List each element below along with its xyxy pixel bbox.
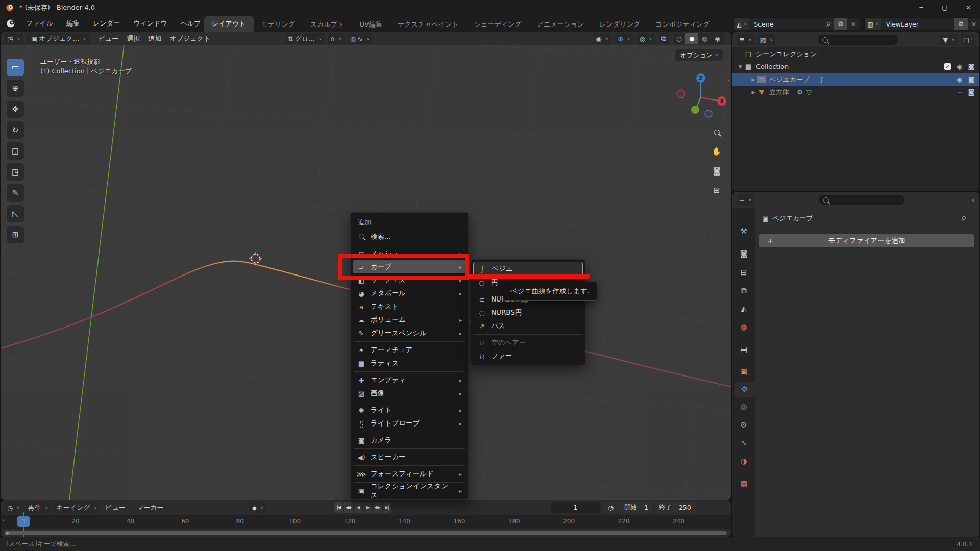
tool-tab[interactable]: ⚒ bbox=[732, 223, 755, 239]
scene-collection-label[interactable]: シーンコレクション bbox=[756, 49, 817, 59]
frame-start-field[interactable]: 開始1 bbox=[619, 502, 654, 513]
rotate-tool[interactable]: ↻ bbox=[7, 121, 24, 139]
gizmo-y-neg-axis[interactable] bbox=[705, 110, 712, 117]
menubar-item-2[interactable]: レンダー bbox=[86, 15, 127, 32]
workspace-tab-8[interactable]: コンポジティング bbox=[648, 17, 717, 32]
camera-view-button[interactable]: ◙ bbox=[709, 164, 724, 178]
measure-tool[interactable]: ◺ bbox=[7, 205, 24, 222]
transform-tool[interactable]: ◳ bbox=[7, 163, 24, 181]
visibility-dropdown[interactable]: ◉∨ bbox=[593, 33, 611, 44]
next-keyframe-button[interactable]: ◆▶ bbox=[373, 502, 382, 513]
frame-end-field[interactable]: 終了250 bbox=[654, 502, 696, 513]
workspace-tab-2[interactable]: スカルプト bbox=[303, 17, 352, 32]
minimize-button[interactable]: ─ bbox=[910, 0, 933, 15]
properties-pin-icon[interactable]: ⚲ bbox=[960, 214, 968, 223]
menubar-item-1[interactable]: 編集 bbox=[60, 15, 86, 32]
perspective-toggle-button[interactable]: ⊞ bbox=[709, 183, 724, 197]
pin-icon[interactable]: ⚲ bbox=[824, 19, 832, 29]
collection-instance-menu-item[interactable]: ▣コレクションインスタンス▸ bbox=[353, 484, 466, 497]
maximize-button[interactable]: ▢ bbox=[933, 0, 957, 15]
pan-hand-button[interactable]: ✋ bbox=[709, 144, 724, 159]
gizmo-toggle[interactable]: ⊕∨ bbox=[615, 33, 633, 44]
viewport-menu-2[interactable]: 追加 bbox=[144, 34, 165, 43]
delete-viewlayer-button[interactable]: ✕ bbox=[968, 20, 980, 28]
outliner-row-bezier-curve[interactable]: ▶⊃ベジエカーブ∫◉◙ bbox=[732, 73, 979, 86]
workspace-tab-3[interactable]: UV編集 bbox=[352, 17, 390, 32]
disclosure-icon[interactable]: ▼ bbox=[737, 64, 744, 69]
light-menu-item[interactable]: ✺ライト▸ bbox=[353, 404, 466, 417]
close-button[interactable]: ✕ bbox=[957, 0, 980, 15]
armature-menu-item[interactable]: ✶アーマチュア bbox=[353, 343, 466, 357]
breadcrumb-object-name[interactable]: ベジエカーブ bbox=[772, 214, 813, 223]
force-field-menu-item[interactable]: ⋙フォースフィールド▸ bbox=[353, 467, 466, 481]
snap-toggle[interactable]: ∩∨ bbox=[328, 33, 345, 44]
shading-rendered-button[interactable]: ◉ bbox=[711, 33, 724, 44]
prev-keyframe-button[interactable]: ◀◆ bbox=[344, 502, 353, 513]
outliner-filter-mode-dropdown[interactable]: ▨∨ bbox=[757, 34, 776, 45]
jump-to-end-button[interactable]: ▶| bbox=[383, 502, 391, 513]
outliner-row-collection[interactable]: ▼▤Collection✓◉◙ bbox=[732, 60, 979, 73]
viewport-menu-3[interactable]: オブジェクト bbox=[165, 34, 214, 43]
editor-type-button[interactable]: ◳∨ bbox=[5, 33, 23, 44]
eye-visible-icon[interactable]: ◉ bbox=[957, 63, 962, 70]
disclosure-icon[interactable]: ▶ bbox=[750, 77, 757, 82]
options-dropdown[interactable]: オプション∨ bbox=[675, 49, 723, 61]
data-tab[interactable]: ∿ bbox=[732, 435, 755, 450]
zoom-button[interactable] bbox=[709, 125, 724, 139]
timeline-dropdown-1[interactable]: キーイング∨ bbox=[54, 502, 100, 513]
timeline-menu-1[interactable]: マーカー bbox=[131, 503, 169, 512]
cursor-tool[interactable]: ⊕ bbox=[7, 80, 24, 97]
play-button[interactable]: ▶ bbox=[363, 502, 372, 513]
path-menu-item[interactable]: ↗パス bbox=[473, 319, 583, 333]
overlays-toggle[interactable]: ◎∨ bbox=[637, 33, 655, 44]
output-tab[interactable]: ⊟ bbox=[732, 265, 755, 280]
workspace-tab-6[interactable]: アニメーション bbox=[529, 17, 592, 32]
outliner-search-input[interactable] bbox=[818, 35, 898, 45]
viewlayer-type-icon[interactable]: ▨∨ bbox=[865, 18, 881, 30]
workspace-tab-0[interactable]: レイアウト bbox=[204, 16, 254, 32]
viewport-menu-0[interactable]: ビュー bbox=[94, 34, 123, 43]
scene-type-icon[interactable]: ◭∨ bbox=[734, 18, 749, 30]
use-preview-range-button[interactable]: ◔ bbox=[603, 502, 619, 513]
fur-menu-item[interactable]: ≀≀ファー bbox=[473, 349, 583, 363]
speaker-menu-item[interactable]: ◀)スピーカー bbox=[353, 450, 466, 464]
properties-editor-type-button[interactable]: ≡∨ bbox=[737, 194, 754, 206]
scale-tool[interactable]: ◱ bbox=[7, 142, 24, 160]
scene-selector[interactable]: ◭∨ Scene ⚲ ⧉ ✕ bbox=[733, 17, 860, 31]
scene-name[interactable]: Scene bbox=[749, 20, 823, 28]
grease-pencil-menu-item[interactable]: ✎グリースペンシル▸ bbox=[353, 327, 466, 340]
shading-solid-button[interactable]: ● bbox=[685, 33, 698, 44]
proportional-edit-toggle[interactable]: ◎∿∨ bbox=[348, 33, 373, 44]
region-collapse-arrow[interactable]: ‹ bbox=[728, 77, 730, 84]
eye-visible-icon[interactable]: ◉ bbox=[957, 76, 962, 83]
new-collection-button[interactable]: ▤⁺ bbox=[961, 34, 975, 45]
duplicate-scene-button[interactable]: ⧉ bbox=[834, 18, 847, 30]
gizmo-y-axis[interactable] bbox=[691, 106, 699, 114]
metaball-menu-item[interactable]: ◕メタボール▸ bbox=[353, 287, 466, 300]
object-tab[interactable]: ▣ bbox=[732, 364, 755, 380]
xray-toggle[interactable]: ⧉ bbox=[659, 33, 669, 44]
gizmo-x-neg-axis[interactable] bbox=[677, 90, 685, 98]
collection-tab[interactable]: ▤ bbox=[732, 342, 755, 357]
outliner-display-mode-dropdown[interactable]: ≣∨ bbox=[737, 34, 754, 45]
timeline-ruler[interactable]: 20406080100120140160180200220240 1 bbox=[1, 515, 731, 529]
outliner-row-cube[interactable]: ▶▼立方体⚙▽⌣◙ bbox=[732, 86, 979, 98]
camera-render-icon[interactable]: ◙ bbox=[968, 76, 974, 83]
camera-render-icon[interactable]: ◙ bbox=[968, 63, 974, 70]
annotate-tool[interactable]: ✎ bbox=[7, 184, 24, 202]
search-menu-item[interactable]: 検索... bbox=[353, 230, 466, 243]
blender-menu-icon[interactable] bbox=[5, 19, 16, 28]
mode-dropdown[interactable]: ▣ オブジェク...∨ bbox=[27, 33, 90, 44]
menubar-item-4[interactable]: ヘルプ bbox=[174, 15, 208, 32]
bezier-curve-label[interactable]: ベジエカーブ bbox=[769, 75, 810, 84]
text-menu-item[interactable]: aテキスト bbox=[353, 300, 466, 313]
physics-tab[interactable]: ◎ bbox=[732, 399, 755, 414]
current-frame-field[interactable]: 1 bbox=[551, 502, 600, 513]
jump-to-start-button[interactable]: |◀ bbox=[334, 502, 343, 513]
texture-tab[interactable]: ▩ bbox=[732, 476, 755, 491]
constraints-tab[interactable]: ⚙ bbox=[732, 417, 755, 433]
viewport-menu-1[interactable]: 選択 bbox=[122, 34, 144, 43]
filter-funnel-dropdown[interactable]: ▼∨ bbox=[940, 34, 958, 45]
camera-menu-item[interactable]: ◙カメラ bbox=[353, 434, 466, 447]
view-layer-tab[interactable]: ⧉ bbox=[732, 283, 755, 298]
